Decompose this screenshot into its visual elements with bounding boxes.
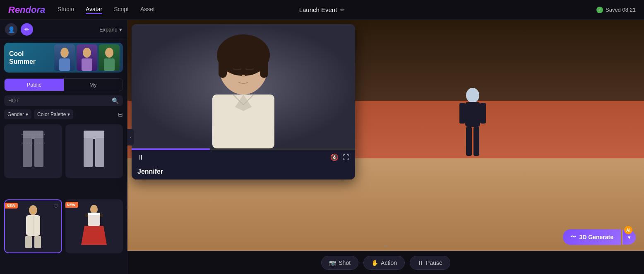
avatar-icon: 👤 bbox=[5, 23, 17, 36]
my-tab[interactable]: My bbox=[64, 79, 123, 91]
chevron-icon: ▾ bbox=[119, 27, 122, 33]
color-chevron-icon: ▾ bbox=[67, 112, 70, 117]
chevron-down-icon[interactable]: ⌄ bbox=[383, 240, 389, 249]
search-placeholder: HOT bbox=[8, 98, 112, 104]
shot-icon: 📷 bbox=[329, 259, 336, 266]
svg-rect-34 bbox=[219, 53, 227, 78]
tab-script[interactable]: Script bbox=[114, 6, 129, 14]
gender-filter[interactable]: Gender ▾ bbox=[4, 109, 31, 119]
public-my-toggle: Public My bbox=[4, 78, 123, 91]
svg-rect-29 bbox=[466, 127, 472, 156]
edit-event-icon[interactable]: ✏ bbox=[340, 7, 345, 13]
search-bar[interactable]: HOT 🔍 bbox=[4, 95, 123, 106]
banner-avatar-1 bbox=[54, 44, 75, 71]
color-palette-filter[interactable]: Color Palette ▾ bbox=[34, 109, 73, 119]
play-pause-button[interactable]: ⏸ bbox=[137, 154, 144, 161]
sidebar-sub-tabs: 👤 ✏ Expand ▾ bbox=[0, 20, 127, 39]
svg-rect-35 bbox=[260, 53, 268, 78]
avatar-grid: NEW ♡ NEW bbox=[0, 121, 127, 274]
svg-point-2 bbox=[83, 48, 91, 58]
mute-button[interactable]: 🔇 bbox=[330, 153, 339, 161]
generate-icon: 〜 bbox=[570, 233, 576, 241]
app-logo: Rendora bbox=[8, 5, 45, 15]
action-icon: ✋ bbox=[371, 259, 378, 266]
pants-gray-item bbox=[4, 124, 62, 178]
saved-badge: ✓ Saved 08:21 bbox=[596, 7, 636, 13]
svg-rect-11 bbox=[84, 131, 104, 139]
pause-icon: ⏸ bbox=[418, 259, 423, 266]
banner-avatar-3 bbox=[99, 44, 120, 71]
scene-avatar-figure bbox=[456, 87, 489, 170]
top-nav: Rendora Studio Avatar Script Asset Launc… bbox=[0, 0, 644, 20]
svg-point-25 bbox=[466, 88, 479, 103]
main-body: 👤 ✏ Expand ▾ Cool Summer bbox=[0, 20, 644, 274]
cool-summer-banner[interactable]: Cool Summer bbox=[4, 43, 123, 73]
svg-rect-7 bbox=[23, 138, 32, 167]
public-tab[interactable]: Public bbox=[5, 79, 64, 91]
gender-chevron-icon: ▾ bbox=[26, 112, 28, 117]
nav-tabs: Studio Avatar Script Asset bbox=[58, 6, 155, 14]
new-badge: NEW bbox=[4, 203, 18, 209]
avatar-card-pants-gray[interactable] bbox=[4, 124, 62, 178]
svg-rect-22 bbox=[88, 214, 100, 226]
expand-button[interactable]: Expand ▾ bbox=[99, 27, 122, 33]
event-title: Launch Event ✏ bbox=[299, 6, 345, 13]
svg-rect-12 bbox=[84, 138, 93, 167]
heart-icon[interactable]: ♡ bbox=[53, 203, 59, 209]
avatar-name-label: Jennifer bbox=[132, 165, 355, 179]
search-icon[interactable]: 🔍 bbox=[112, 97, 119, 104]
banner-avatar-2 bbox=[77, 44, 97, 71]
pause-button[interactable]: ⏸ Pause bbox=[410, 256, 450, 270]
svg-rect-5 bbox=[104, 58, 115, 71]
edit-avatar-icon[interactable]: ✏ bbox=[21, 23, 33, 36]
svg-rect-8 bbox=[34, 138, 43, 167]
video-controls: ⏸ 🔇 ⛶ bbox=[132, 150, 355, 165]
svg-marker-23 bbox=[81, 226, 107, 245]
svg-rect-24 bbox=[88, 213, 100, 215]
banner-text: Cool Summer bbox=[4, 50, 41, 65]
svg-point-4 bbox=[105, 48, 113, 58]
action-button[interactable]: ✋ Action bbox=[363, 256, 405, 270]
svg-rect-13 bbox=[95, 138, 104, 167]
bottom-bar: 📷 Shot ✋ Action ⏸ Pause bbox=[127, 251, 644, 274]
avatar-card-pants-light[interactable] bbox=[65, 124, 123, 178]
svg-rect-28 bbox=[480, 103, 486, 124]
ai-badge: AI bbox=[624, 226, 632, 234]
avatar-card-red-skirt[interactable]: NEW bbox=[65, 199, 123, 253]
svg-rect-26 bbox=[465, 102, 480, 127]
tab-asset[interactable]: Asset bbox=[140, 6, 155, 14]
svg-rect-17 bbox=[34, 236, 41, 248]
fullscreen-button[interactable]: ⛶ bbox=[343, 154, 349, 161]
svg-rect-27 bbox=[459, 103, 465, 124]
center-area: ⏸ 🔇 ⛶ Jennifer AI 〜 3D Generate ▾ ⌄ 📷 Sh… bbox=[127, 20, 644, 274]
svg-rect-1 bbox=[59, 58, 70, 71]
svg-point-19 bbox=[90, 205, 98, 214]
tab-studio[interactable]: Studio bbox=[58, 6, 74, 14]
sidebar: 👤 ✏ Expand ▾ Cool Summer bbox=[0, 20, 127, 274]
filter-icon[interactable]: ⊟ bbox=[118, 111, 123, 118]
svg-rect-3 bbox=[82, 58, 92, 71]
svg-point-14 bbox=[29, 205, 37, 215]
svg-rect-16 bbox=[25, 236, 32, 248]
video-frame bbox=[132, 24, 355, 148]
shot-button[interactable]: 📷 Shot bbox=[321, 256, 358, 270]
svg-rect-30 bbox=[473, 127, 479, 156]
video-progress-fill bbox=[132, 148, 210, 150]
tab-avatar[interactable]: Avatar bbox=[86, 6, 102, 14]
new-badge-2: NEW bbox=[65, 202, 78, 208]
generate-3d-button[interactable]: 〜 3D Generate bbox=[563, 229, 621, 245]
avatar-card-white-suit[interactable]: NEW ♡ bbox=[4, 199, 62, 253]
svg-point-0 bbox=[60, 48, 69, 58]
generate-btn-wrapper: AI 〜 3D Generate ▾ bbox=[563, 229, 636, 245]
pants-light-item bbox=[65, 124, 123, 178]
filter-row: Gender ▾ Color Palette ▾ ⊟ bbox=[4, 109, 123, 119]
video-preview-overlay: ⏸ 🔇 ⛶ Jennifer bbox=[132, 24, 355, 179]
video-progress-bar[interactable] bbox=[132, 148, 355, 150]
banner-avatars bbox=[54, 44, 123, 71]
saved-dot: ✓ bbox=[596, 7, 603, 13]
collapse-handle[interactable]: ‹ bbox=[127, 129, 134, 145]
svg-point-36 bbox=[242, 75, 245, 77]
